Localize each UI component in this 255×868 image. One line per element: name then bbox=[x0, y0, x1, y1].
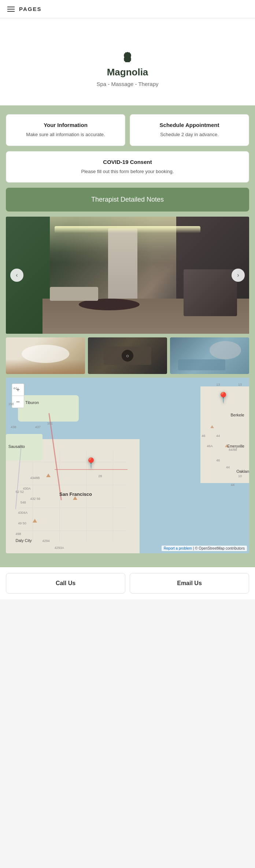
your-info-title: Your Information bbox=[12, 122, 119, 128]
bottom-buttons: Call Us Email Us bbox=[0, 567, 255, 599]
attribution-copy: | © OpenStreetMap contributors bbox=[193, 546, 245, 550]
schedule-desc: Schedule 2 day in advance. bbox=[136, 131, 243, 138]
map-label-oakland: Oaklan bbox=[236, 469, 249, 474]
header: PAGES bbox=[0, 0, 255, 18]
map-label-sausalito: Sausalito bbox=[8, 444, 25, 449]
report-problem-link[interactable]: Report a problem bbox=[164, 546, 192, 550]
your-information-card[interactable]: Your Information Make sure all informati… bbox=[6, 114, 125, 146]
gallery-next-button[interactable]: › bbox=[232, 269, 245, 282]
gallery-prev-button[interactable]: ‹ bbox=[10, 269, 23, 282]
therapist-notes-button[interactable]: Therapist Detailed Notes bbox=[6, 188, 249, 212]
hero-section: Magnolia Spa - Massage - Therapy bbox=[0, 18, 255, 105]
map-label-daly-city: Daly City bbox=[16, 538, 32, 543]
location-pin: 📍 bbox=[85, 457, 97, 469]
schedule-title: Schedule Appointment bbox=[136, 122, 243, 128]
covid-title: COVID-19 Consent bbox=[12, 159, 243, 165]
spa-tagline: Spa - Massage - Therapy bbox=[97, 81, 159, 87]
chevron-right-icon: › bbox=[237, 272, 239, 278]
email-us-button[interactable]: Email Us bbox=[130, 573, 249, 594]
main-gallery-image: ‹ › bbox=[6, 217, 249, 334]
map-label-tiburon: Tiburon bbox=[25, 400, 39, 405]
thumbnail-3[interactable] bbox=[170, 337, 249, 374]
header-title: PAGES bbox=[19, 6, 41, 12]
call-us-button[interactable]: Call Us bbox=[6, 573, 125, 594]
map-background: 📍 📍 + − San Francisco Tiburon Sausalito … bbox=[6, 378, 249, 553]
hamburger-menu[interactable] bbox=[7, 7, 15, 12]
map-land-tiburon bbox=[18, 395, 79, 422]
berkeley-pin: 📍 bbox=[217, 392, 230, 404]
covid-consent-card[interactable]: COVID-19 Consent Please fill out this fo… bbox=[6, 151, 249, 183]
map-attribution: Report a problem | © OpenStreetMap contr… bbox=[162, 546, 247, 551]
chevron-left-icon: ‹ bbox=[16, 272, 18, 278]
gallery-thumbnails: ○ bbox=[6, 337, 249, 374]
lotus-icon bbox=[113, 40, 142, 62]
map-label-san-francisco: San Francisco bbox=[59, 491, 92, 497]
zoom-out-button[interactable]: − bbox=[12, 396, 24, 408]
schedule-appointment-card[interactable]: Schedule Appointment Schedule 2 day in a… bbox=[130, 114, 249, 146]
content-area: Your Information Make sure all informati… bbox=[0, 105, 255, 567]
cards-row: Your Information Make sure all informati… bbox=[6, 114, 249, 146]
your-info-desc: Make sure all information is accurate. bbox=[12, 131, 119, 138]
map-container[interactable]: 📍 📍 + − San Francisco Tiburon Sausalito … bbox=[6, 378, 249, 553]
play-icon: ○ bbox=[122, 350, 133, 362]
spa-name: Magnolia bbox=[107, 67, 148, 78]
thumbnail-1[interactable] bbox=[6, 337, 85, 374]
map-label-berkeley: Berkele bbox=[230, 413, 244, 417]
covid-desc: Please fill out this form before your bo… bbox=[12, 168, 243, 175]
thumbnail-2[interactable]: ○ bbox=[88, 337, 167, 374]
